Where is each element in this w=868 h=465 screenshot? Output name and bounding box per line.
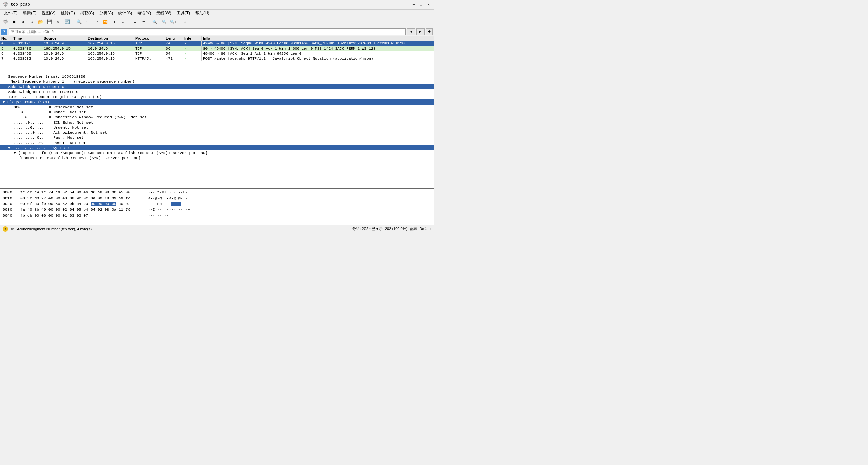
title-icon: 🦈 — [3, 2, 8, 7]
hex-ascii-pre: ····Pb· · — [148, 202, 171, 206]
detail-line: [Next Sequence Number: 1 (relative seque… — [0, 79, 434, 84]
window-controls: — ❐ ✕ — [411, 2, 431, 7]
tb-shark[interactable]: 🦈 — [1, 18, 9, 26]
col-info: Info — [202, 36, 434, 41]
tb-zoom-reset[interactable]: 🔍 — [160, 18, 169, 26]
table-row[interactable]: 6 0.338499 10.0.24.9 169.254.0.15 TCP 54… — [0, 51, 434, 56]
tb-refresh[interactable]: ↺ — [19, 18, 27, 26]
menu-stats[interactable]: 统计(S) — [116, 10, 135, 17]
cell-no: 5 — [0, 46, 12, 51]
cell-info: POST /interface.php HTTP/1.1 , JavaScrip… — [202, 56, 434, 61]
filter-arrow-left[interactable]: ◀ — [407, 28, 415, 35]
cell-src: 10.0.24.9 — [42, 41, 86, 46]
cell-time: 0.338499 — [12, 51, 42, 56]
menu-goto[interactable]: 跳转(G) — [58, 10, 77, 17]
filter-input[interactable] — [9, 28, 406, 35]
maximize-button[interactable]: ❐ — [418, 2, 424, 7]
hex-ascii-post: ·· — [181, 202, 185, 206]
tb-find[interactable]: 🔍 — [75, 18, 83, 26]
hex-ascii: ········· — [148, 212, 169, 218]
table-row[interactable]: 7 0.338532 10.0.24.9 169.254.0.15 HTTP/J… — [0, 56, 434, 61]
menu-tools[interactable]: 工具(T) — [174, 10, 193, 17]
menu-analyze[interactable]: 分析(A) — [97, 10, 116, 17]
hex-ascii: ····Pb· · ······ — [148, 201, 185, 207]
menu-edit[interactable]: 编辑(E) — [20, 10, 39, 17]
cell-src: 169.254.0.15 — [42, 46, 86, 51]
filter-bar: ▼ ◀ ▶ + — [0, 27, 434, 36]
detail-line: 000. .... .... = Reserved: Not set — [0, 105, 434, 110]
cell-len: 66 — [164, 46, 183, 51]
tb-record[interactable]: ⊙ — [28, 18, 36, 26]
tb-zoom-out[interactable]: 🔍- — [152, 18, 160, 26]
col-destination: Destination — [86, 36, 134, 41]
tb-sep3 — [150, 19, 150, 25]
tb-close[interactable]: ✕ — [54, 18, 62, 26]
hex-row: 0040 fb db 00 00 00 00 01 03 03 07 ·····… — [3, 212, 431, 218]
close-button[interactable]: ✕ — [426, 2, 431, 7]
tb-sep2 — [129, 19, 129, 25]
detail-line: .... .0.. .... = ECN-Echo: Not set — [0, 120, 434, 125]
hex-ascii: ··I···· ·········y — [148, 207, 190, 212]
menu-view[interactable]: 视图(V) — [39, 10, 58, 17]
packets-info: 分组: 202 • 已显示: 202 (100.0%) — [352, 226, 407, 231]
title-text: tcp.pcap — [11, 2, 411, 7]
tb-back[interactable]: ← — [84, 18, 92, 26]
tb-zoom-in[interactable]: 🔍+ — [169, 18, 177, 26]
menu-capture[interactable]: 捕获(C) — [78, 10, 97, 17]
hex-row: 0010 00 3c d0 97 40 00 40 06 9e 0e 0a 00… — [3, 195, 431, 201]
filter-plus-button[interactable]: + — [426, 28, 433, 35]
detail-line: Sequence Number (raw): 1659618336 — [0, 74, 434, 79]
tb-stop[interactable]: ■ — [10, 18, 18, 26]
cell-info: 49406 → 80 [ACK] Seq=1 Ack=1 Win=64256 L… — [202, 51, 434, 56]
cell-no: 7 — [0, 56, 12, 61]
tb-open[interactable]: 📂 — [37, 18, 45, 26]
cell-proto: TCP — [134, 51, 164, 56]
main-content: No. Time Source Destination Protocol Len… — [0, 36, 434, 225]
detail-pane: Sequence Number (raw): 1659618336[Next S… — [0, 73, 434, 189]
hex-rows: 0000 fe ee e4 1e 74 cd 52 54 00 46 d6 a8… — [3, 189, 431, 218]
tb-first[interactable]: ⏪ — [101, 18, 110, 26]
minimize-button[interactable]: — — [411, 2, 416, 7]
col-source: Source — [42, 36, 86, 41]
table-row[interactable]: 5 0.338486 169.254.0.15 10.0.24.9 TCP 66… — [0, 46, 434, 51]
hex-ascii: <··@·@· ·<·@·@···· — [148, 195, 190, 201]
tb-up[interactable]: ⬆ — [110, 18, 118, 26]
tb-reload[interactable]: 🔄 — [63, 18, 71, 26]
filter-arrow-right[interactable]: ▶ — [416, 28, 425, 35]
menu-wireless[interactable]: 无线(W) — [154, 10, 174, 17]
tb-down[interactable]: ⬇ — [119, 18, 127, 26]
menu-help[interactable]: 帮助(H) — [193, 10, 212, 17]
cell-inte: ✓ — [183, 41, 202, 46]
title-bar: 🦈 tcp.pcap — ❐ ✕ — [0, 0, 434, 10]
tb-save[interactable]: 💾 — [45, 18, 54, 26]
cell-inte: ✓ — [183, 46, 202, 51]
cell-dst: 169.254.0.15 — [86, 56, 134, 61]
hex-offset: 0020 — [3, 201, 15, 207]
tb-separator-h[interactable]: ═ — [140, 18, 148, 26]
hex-bytes: 00 3c d0 97 40 00 40 06 9e 0e 0a 00 18 0… — [20, 195, 142, 201]
status-edit-icon[interactable]: ✏ — [11, 227, 14, 231]
hex-offset: 0030 — [3, 207, 15, 212]
status-text: Acknowledgment Number (tcp.ack), 4 byte(… — [17, 227, 92, 231]
tb-layout[interactable]: ⊞ — [181, 18, 189, 26]
menu-file[interactable]: 文件(F) — [1, 10, 20, 17]
profile-info: 配置: Default — [410, 226, 431, 231]
menu-phone[interactable]: 电话(Y) — [135, 10, 154, 17]
cell-no: 4 — [0, 41, 12, 46]
detail-line: [Connection establish request (SYN): ser… — [0, 155, 434, 161]
col-length: Leng — [164, 36, 183, 41]
status-warning-icon: ! — [3, 226, 8, 232]
hex-row: 0020 00 0f c0 fe 00 50 62 eb c4 20 00 00… — [3, 201, 431, 207]
menu-bar: 文件(F) 编辑(E) 视图(V) 跳转(G) 捕获(C) 分析(A) 统计(S… — [0, 10, 434, 17]
table-row[interactable]: 4 0.335175 10.0.24.9 169.254.0.15 TCP 74… — [0, 41, 434, 46]
cell-no: 6 — [0, 51, 12, 56]
packet-list[interactable]: No. Time Source Destination Protocol Len… — [0, 36, 434, 73]
tb-sep4 — [179, 19, 179, 25]
col-interface: Inte — [183, 36, 202, 41]
hex-offset: 0040 — [3, 212, 15, 218]
tb-forward[interactable]: → — [93, 18, 101, 26]
detail-line: 1010 .... = Header Length: 40 bytes (10) — [0, 94, 434, 99]
cell-dst: 10.0.24.9 — [86, 46, 134, 51]
detail-line: Acknowledgment Number: 0 — [0, 84, 434, 89]
tb-columns[interactable]: ≡ — [131, 18, 139, 26]
